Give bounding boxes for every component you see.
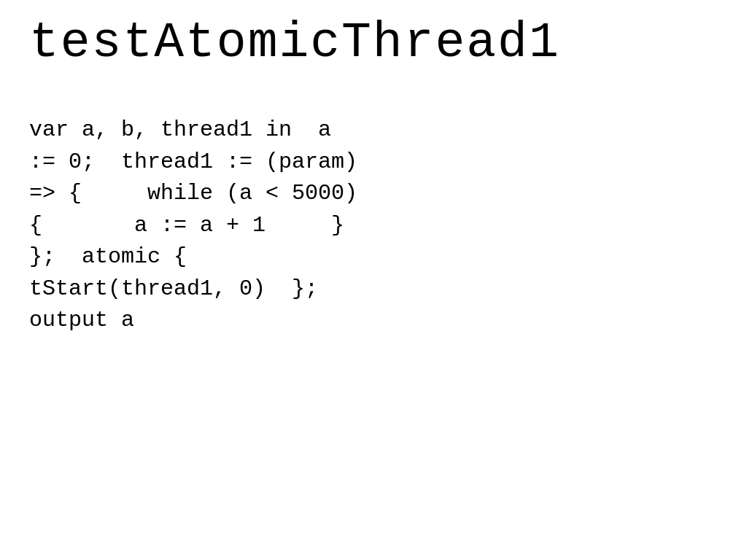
- page-container: testAtomicThread1 var a, b, thread1 in a…: [0, 0, 747, 560]
- page-title: testAtomicThread1: [29, 15, 718, 71]
- code-block: var a, b, thread1 in a := 0; thread1 := …: [29, 114, 718, 337]
